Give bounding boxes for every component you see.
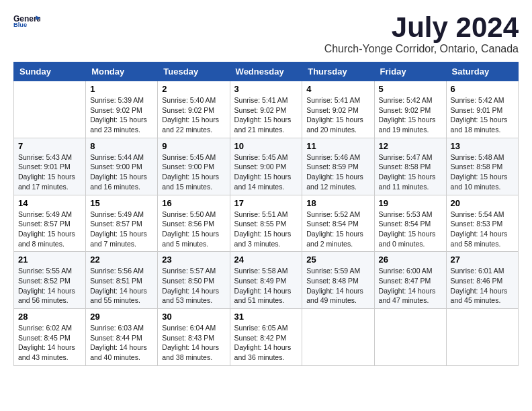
- day-number: 9: [162, 141, 225, 151]
- month-title: July 2024: [324, 13, 519, 42]
- day-info: Sunrise: 5:59 AM Sunset: 8:48 PM Dayligh…: [306, 266, 369, 306]
- day-number: 31: [234, 312, 298, 322]
- calendar-cell: 15Sunrise: 5:49 AM Sunset: 8:57 PM Dayli…: [86, 195, 158, 252]
- day-number: 14: [18, 198, 81, 208]
- calendar-cell: 24Sunrise: 5:58 AM Sunset: 8:49 PM Dayli…: [230, 252, 302, 309]
- calendar-cell: 27Sunrise: 6:01 AM Sunset: 8:46 PM Dayli…: [446, 252, 518, 309]
- day-number: 26: [379, 255, 442, 265]
- day-number: 1: [90, 84, 153, 94]
- day-info: Sunrise: 5:44 AM Sunset: 9:00 PM Dayligh…: [90, 152, 153, 192]
- calendar-cell: 18Sunrise: 5:52 AM Sunset: 8:54 PM Dayli…: [302, 195, 374, 252]
- day-info: Sunrise: 5:49 AM Sunset: 8:57 PM Dayligh…: [90, 210, 153, 249]
- day-info: Sunrise: 5:39 AM Sunset: 9:02 PM Dayligh…: [90, 95, 153, 135]
- svg-text:Blue: Blue: [13, 21, 27, 27]
- day-info: Sunrise: 5:45 AM Sunset: 9:00 PM Dayligh…: [234, 152, 298, 192]
- calendar-cell: 21Sunrise: 5:55 AM Sunset: 8:52 PM Dayli…: [14, 252, 86, 309]
- day-number: 8: [90, 141, 153, 151]
- calendar-cell: 13Sunrise: 5:48 AM Sunset: 8:58 PM Dayli…: [446, 138, 518, 195]
- day-number: 30: [162, 312, 225, 322]
- calendar-header-row: SundayMondayTuesdayWednesdayThursdayFrid…: [14, 62, 519, 81]
- calendar-cell: [14, 81, 86, 138]
- day-number: 20: [451, 198, 514, 208]
- day-info: Sunrise: 5:45 AM Sunset: 9:00 PM Dayligh…: [162, 152, 225, 192]
- calendar-week-row: 7Sunrise: 5:43 AM Sunset: 9:01 PM Daylig…: [14, 138, 519, 195]
- calendar-cell: 26Sunrise: 6:00 AM Sunset: 8:47 PM Dayli…: [374, 252, 446, 309]
- logo-icon: General Blue: [13, 13, 40, 27]
- day-info: Sunrise: 5:54 AM Sunset: 8:53 PM Dayligh…: [451, 210, 514, 249]
- day-info: Sunrise: 5:48 AM Sunset: 8:58 PM Dayligh…: [451, 152, 514, 192]
- day-number: 18: [306, 198, 369, 208]
- day-info: Sunrise: 5:52 AM Sunset: 8:54 PM Dayligh…: [306, 210, 369, 249]
- day-number: 7: [18, 141, 81, 151]
- calendar-week-row: 1Sunrise: 5:39 AM Sunset: 9:02 PM Daylig…: [14, 81, 519, 138]
- day-number: 28: [18, 312, 81, 322]
- calendar-cell: 3Sunrise: 5:41 AM Sunset: 9:02 PM Daylig…: [230, 81, 302, 138]
- day-info: Sunrise: 6:01 AM Sunset: 8:46 PM Dayligh…: [451, 266, 514, 306]
- day-info: Sunrise: 5:43 AM Sunset: 9:01 PM Dayligh…: [18, 152, 81, 192]
- calendar-cell: 6Sunrise: 5:42 AM Sunset: 9:01 PM Daylig…: [446, 81, 518, 138]
- day-number: 29: [90, 312, 153, 322]
- calendar-cell: 19Sunrise: 5:53 AM Sunset: 8:54 PM Dayli…: [374, 195, 446, 252]
- page-header: General Blue July 2024 Church-Yonge Corr…: [13, 13, 519, 55]
- calendar-cell: 5Sunrise: 5:42 AM Sunset: 9:02 PM Daylig…: [374, 81, 446, 138]
- weekday-header-tuesday: Tuesday: [158, 62, 230, 81]
- calendar-week-row: 21Sunrise: 5:55 AM Sunset: 8:52 PM Dayli…: [14, 252, 519, 309]
- day-info: Sunrise: 5:49 AM Sunset: 8:57 PM Dayligh…: [18, 210, 81, 249]
- day-info: Sunrise: 5:41 AM Sunset: 9:02 PM Dayligh…: [234, 95, 298, 135]
- day-info: Sunrise: 5:57 AM Sunset: 8:50 PM Dayligh…: [162, 266, 225, 306]
- calendar-body: 1Sunrise: 5:39 AM Sunset: 9:02 PM Daylig…: [14, 81, 519, 366]
- calendar-cell: [302, 309, 374, 366]
- day-info: Sunrise: 5:42 AM Sunset: 9:01 PM Dayligh…: [451, 95, 514, 135]
- calendar-cell: 14Sunrise: 5:49 AM Sunset: 8:57 PM Dayli…: [14, 195, 86, 252]
- calendar-cell: 7Sunrise: 5:43 AM Sunset: 9:01 PM Daylig…: [14, 138, 86, 195]
- calendar-cell: 1Sunrise: 5:39 AM Sunset: 9:02 PM Daylig…: [86, 81, 158, 138]
- day-number: 21: [18, 255, 81, 265]
- day-info: Sunrise: 6:05 AM Sunset: 8:42 PM Dayligh…: [234, 323, 298, 363]
- calendar-week-row: 28Sunrise: 6:02 AM Sunset: 8:45 PM Dayli…: [14, 309, 519, 366]
- day-number: 23: [162, 255, 225, 265]
- calendar-cell: 22Sunrise: 5:56 AM Sunset: 8:51 PM Dayli…: [86, 252, 158, 309]
- day-number: 2: [162, 84, 225, 94]
- day-info: Sunrise: 5:58 AM Sunset: 8:49 PM Dayligh…: [234, 266, 298, 306]
- day-number: 19: [379, 198, 442, 208]
- day-info: Sunrise: 5:40 AM Sunset: 9:02 PM Dayligh…: [162, 95, 225, 135]
- day-info: Sunrise: 6:00 AM Sunset: 8:47 PM Dayligh…: [379, 266, 442, 306]
- day-number: 5: [379, 84, 442, 94]
- day-number: 4: [306, 84, 369, 94]
- weekday-header-saturday: Saturday: [446, 62, 518, 81]
- day-info: Sunrise: 5:51 AM Sunset: 8:55 PM Dayligh…: [234, 210, 298, 249]
- day-info: Sunrise: 6:04 AM Sunset: 8:43 PM Dayligh…: [162, 323, 225, 363]
- calendar-cell: 31Sunrise: 6:05 AM Sunset: 8:42 PM Dayli…: [230, 309, 302, 366]
- calendar-cell: 11Sunrise: 5:46 AM Sunset: 8:59 PM Dayli…: [302, 138, 374, 195]
- day-info: Sunrise: 5:56 AM Sunset: 8:51 PM Dayligh…: [90, 266, 153, 306]
- day-number: 3: [234, 84, 298, 94]
- day-number: 16: [162, 198, 225, 208]
- calendar-cell: 2Sunrise: 5:40 AM Sunset: 9:02 PM Daylig…: [158, 81, 230, 138]
- day-number: 15: [90, 198, 153, 208]
- weekday-header-sunday: Sunday: [14, 62, 86, 81]
- calendar-cell: 23Sunrise: 5:57 AM Sunset: 8:50 PM Dayli…: [158, 252, 230, 309]
- day-info: Sunrise: 5:55 AM Sunset: 8:52 PM Dayligh…: [18, 266, 81, 306]
- day-info: Sunrise: 5:53 AM Sunset: 8:54 PM Dayligh…: [379, 210, 442, 249]
- day-number: 10: [234, 141, 298, 151]
- calendar-cell: 9Sunrise: 5:45 AM Sunset: 9:00 PM Daylig…: [158, 138, 230, 195]
- calendar-cell: [446, 309, 518, 366]
- day-number: 24: [234, 255, 298, 265]
- day-number: 11: [306, 141, 369, 151]
- calendar-cell: 20Sunrise: 5:54 AM Sunset: 8:53 PM Dayli…: [446, 195, 518, 252]
- logo: General Blue: [13, 13, 40, 28]
- day-info: Sunrise: 5:50 AM Sunset: 8:56 PM Dayligh…: [162, 210, 225, 249]
- calendar-cell: 30Sunrise: 6:04 AM Sunset: 8:43 PM Dayli…: [158, 309, 230, 366]
- calendar-cell: 10Sunrise: 5:45 AM Sunset: 9:00 PM Dayli…: [230, 138, 302, 195]
- day-info: Sunrise: 6:02 AM Sunset: 8:45 PM Dayligh…: [18, 323, 81, 363]
- calendar-cell: 17Sunrise: 5:51 AM Sunset: 8:55 PM Dayli…: [230, 195, 302, 252]
- calendar-cell: 16Sunrise: 5:50 AM Sunset: 8:56 PM Dayli…: [158, 195, 230, 252]
- day-number: 22: [90, 255, 153, 265]
- day-number: 13: [451, 141, 514, 151]
- title-area: July 2024 Church-Yonge Corridor, Ontario…: [324, 13, 519, 55]
- calendar-cell: 8Sunrise: 5:44 AM Sunset: 9:00 PM Daylig…: [86, 138, 158, 195]
- calendar-cell: 12Sunrise: 5:47 AM Sunset: 8:58 PM Dayli…: [374, 138, 446, 195]
- day-info: Sunrise: 5:42 AM Sunset: 9:02 PM Dayligh…: [379, 95, 442, 135]
- day-info: Sunrise: 6:03 AM Sunset: 8:44 PM Dayligh…: [90, 323, 153, 363]
- calendar-week-row: 14Sunrise: 5:49 AM Sunset: 8:57 PM Dayli…: [14, 195, 519, 252]
